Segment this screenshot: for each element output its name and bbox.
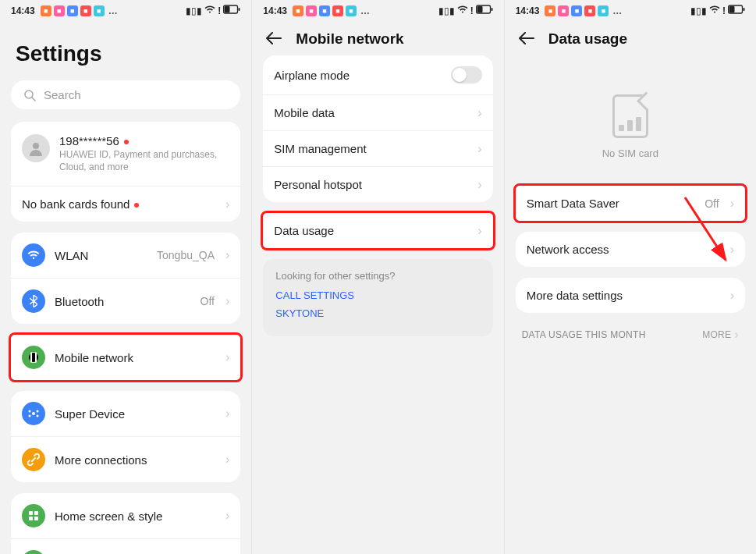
call-settings-link[interactable]: CALL SETTINGS [275,289,480,301]
home-screen-row[interactable]: Home screen & style › [11,493,240,538]
svg-rect-16 [34,517,38,520]
bluetooth-icon [22,289,45,313]
data-usage-row[interactable]: Data usage › [263,213,492,248]
sim-label: SIM management [274,142,468,155]
status-app-icon: ■ [54,5,65,16]
screen-mobile-network: 14:43 ■ ■ ■ ■ ■ … ▮▯▮ ! Mobile network A… [251,0,503,554]
note-label: Looking for other settings? [275,270,480,282]
status-app-icon: ■ [332,5,343,16]
alert-icon: ! [470,5,474,16]
more-data-label: More data settings [527,289,721,302]
search-input[interactable] [44,88,228,101]
svg-point-12 [37,415,39,417]
wlan-label: WLAN [55,249,147,262]
account-name: 198******56 [59,134,229,147]
svg-point-10 [37,410,39,413]
page-title: Data usage [548,30,627,48]
chevron-right-icon: › [225,198,229,211]
other-settings-note: Looking for other settings? CALL SETTING… [263,259,492,336]
back-button[interactable] [519,31,534,47]
back-button[interactable] [266,31,282,47]
svg-rect-13 [29,511,33,515]
svg-rect-1 [225,6,230,12]
airplane-mode-row[interactable]: Airplane mode [263,55,492,94]
svg-point-9 [29,410,31,413]
svg-rect-2 [239,8,240,11]
link-icon [22,448,45,471]
svg-rect-15 [29,517,33,520]
status-app-icon: ■ [584,5,595,16]
no-sim-placeholder: No SIM card [505,55,756,186]
airplane-toggle[interactable] [451,66,482,83]
search-box[interactable] [11,80,240,109]
screen-data-usage: 14:43 ■ ■ ■ ■ ■ … ▮▯▮ ! Data usage No SI… [504,0,756,554]
section-more-link[interactable]: MORE › [702,328,739,341]
smart-data-saver-value: Off [705,197,719,210]
status-bar: 14:43 ■ ■ ■ ■ ■ … ▮▯▮ ! [252,0,503,18]
no-bank-label: No bank cards found [22,197,216,211]
wifi-icon [709,5,720,16]
mobile-data-row[interactable]: Mobile data › [263,94,492,130]
display-row[interactable]: Display & brightness › [11,538,240,554]
bluetooth-label: Bluetooth [55,295,191,308]
svg-rect-20 [491,8,492,11]
screen-header: Data usage [505,18,756,55]
svg-line-4 [32,98,35,101]
eye-icon [22,550,45,554]
super-device-label: Super Device [55,407,216,421]
svg-rect-23 [743,8,744,11]
skytone-link[interactable]: SKYTONE [275,307,480,319]
battery-icon [728,5,745,16]
chevron-right-icon: › [225,249,229,261]
no-bank-row[interactable]: No bank cards found › [11,186,240,222]
network-access-row[interactable]: Network access › [516,232,745,267]
sim-management-row[interactable]: SIM management › [263,130,492,166]
screen-header: Mobile network [252,18,503,55]
account-sub: HUAWEI ID, Payment and purchases, Cloud,… [59,149,229,173]
chevron-right-icon: › [477,179,481,191]
vibrate-icon: ▮▯▮ [186,5,202,16]
smart-data-saver-label: Smart Data Saver [527,197,696,210]
hotspot-row[interactable]: Personal hotspot › [263,166,492,202]
mobile-network-icon [22,346,45,369]
status-app-icon: ■ [94,5,105,16]
mobile-network-label: Mobile network [55,351,216,364]
svg-point-11 [29,415,31,417]
super-device-row[interactable]: Super Device › [11,391,240,436]
status-app-icon: ■ [293,5,303,16]
more-data-settings-row[interactable]: More data settings › [516,278,745,313]
chevron-right-icon: › [730,243,734,256]
smart-data-saver-row[interactable]: Smart Data Saver Off › [516,186,745,221]
search-icon [23,89,36,101]
page-title: Settings [0,18,251,80]
svg-point-8 [32,412,35,415]
svg-rect-7 [35,353,37,362]
chevron-right-icon: › [225,351,229,364]
chevron-right-icon: › [734,328,739,341]
status-app-icon: ■ [571,5,582,16]
vibrate-icon: ▮▯▮ [438,5,455,16]
chevron-right-icon: › [730,197,734,210]
svg-rect-14 [34,511,38,515]
wlan-row[interactable]: WLAN Tongbu_QA › [11,233,240,278]
home-icon [22,504,45,527]
home-screen-label: Home screen & style [55,510,216,523]
wifi-icon [22,243,45,267]
status-app-icon: ■ [306,5,317,16]
page-title: Mobile network [296,30,403,48]
svg-rect-6 [30,353,32,362]
chevron-right-icon: › [477,143,481,155]
status-time: 14:43 [516,5,540,16]
chevron-right-icon: › [225,510,229,522]
section-header: DATA USAGE THIS MONTH MORE › [505,324,756,346]
more-connections-row[interactable]: More connections › [11,436,240,482]
highlight-mobile-network: Mobile network › [9,332,243,382]
account-row[interactable]: 198******56 HUAWEI ID, Payment and purch… [11,122,240,186]
mobile-network-row[interactable]: Mobile network › [11,335,240,380]
vibrate-icon: ▮▯▮ [690,5,707,16]
more-data-card: More data settings › [516,278,745,313]
svg-rect-19 [477,6,482,12]
bluetooth-row[interactable]: Bluetooth Off › [11,278,240,324]
wlan-value: Tongbu_QA [157,249,215,261]
hotspot-label: Personal hotspot [274,178,468,191]
